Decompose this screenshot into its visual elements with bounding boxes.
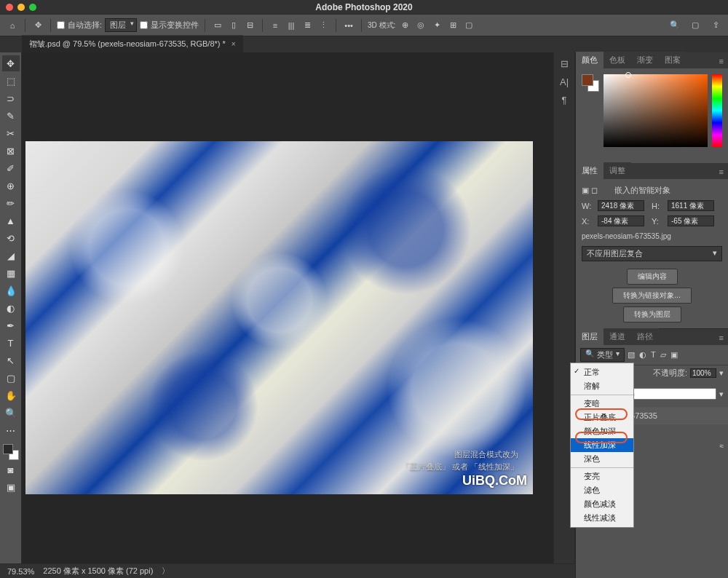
3d-icon[interactable]: ⊞ [446, 19, 459, 32]
blend-multiply[interactable]: 正片叠底 [571, 411, 633, 424]
edit-toolbar[interactable]: ⋯ [2, 422, 20, 438]
panel-menu-icon[interactable]: ≡ [715, 330, 728, 345]
tab-swatches[interactable]: 色板 [604, 52, 631, 68]
x-input[interactable] [598, 215, 644, 226]
align-icon[interactable]: ▯ [227, 19, 240, 32]
filter-type-icon[interactable]: T [651, 350, 656, 360]
path-tool[interactable]: ↖ [2, 352, 20, 368]
more-icon[interactable]: ••• [342, 19, 355, 32]
edit-contents-button[interactable]: 编辑内容 [627, 269, 678, 285]
hand-tool[interactable]: ✋ [2, 387, 20, 403]
distribute-icon[interactable]: ≡ [269, 19, 282, 32]
tab-channels[interactable]: 通道 [604, 328, 631, 345]
quick-select-tool[interactable]: ✎ [2, 108, 20, 124]
move-tool-icon[interactable]: ✥ [31, 19, 44, 32]
type-tool[interactable]: T [2, 335, 20, 351]
blend-color-burn[interactable]: 颜色加深 [571, 424, 633, 438]
shape-tool[interactable]: ▢ [2, 370, 20, 386]
app-title: Adobe Photoshop 2020 [315, 2, 412, 12]
healing-tool[interactable]: ⊕ [2, 178, 20, 194]
lasso-tool[interactable]: ⊃ [2, 90, 20, 106]
distribute-icon[interactable]: ⋮ [317, 19, 330, 32]
maximize-icon[interactable] [29, 4, 36, 11]
tab-gradients[interactable]: 渐变 [631, 52, 659, 68]
marquee-tool[interactable]: ⬚ [2, 73, 20, 89]
tab-color[interactable]: 颜色 [576, 52, 604, 68]
tab-paths[interactable]: 路径 [631, 328, 659, 345]
status-arrow-icon[interactable]: 〉 [162, 566, 170, 577]
auto-select-checkbox[interactable]: 自动选择: [57, 20, 102, 31]
tab-adjustments[interactable]: 调整 [604, 162, 631, 179]
blend-normal[interactable]: 正常 [571, 365, 633, 379]
blend-darker[interactable]: 深色 [571, 452, 633, 466]
blur-tool[interactable]: 💧 [2, 282, 20, 298]
opacity-input[interactable] [690, 368, 716, 378]
convert-layer-button[interactable]: 转换为图层 [623, 306, 681, 322]
eraser-tool[interactable]: ◢ [2, 248, 20, 264]
3d-icon[interactable]: ▢ [462, 19, 475, 32]
filter-pixel-icon[interactable]: ▧ [628, 350, 635, 360]
align-icon[interactable]: ⊟ [243, 19, 256, 32]
show-transform-checkbox[interactable]: 显示变换控件 [140, 20, 199, 31]
blend-color-dodge[interactable]: 颜色减淡 [571, 497, 633, 511]
align-icon[interactable]: ▭ [211, 19, 224, 32]
screen-mode-icon[interactable]: ▣ [2, 479, 20, 495]
zoom-level[interactable]: 79.53% [7, 567, 34, 576]
canvas[interactable]: 图层混合模式改为 「正片叠底」 或者 「线性加深」 UiBQ.CoM [22, 52, 553, 578]
gradient-tool[interactable]: ▦ [2, 265, 20, 281]
pen-tool[interactable]: ✒ [2, 317, 20, 333]
frame-tool[interactable]: ⊠ [2, 143, 20, 159]
crop-tool[interactable]: ✂ [2, 125, 20, 141]
blend-darken[interactable]: 变暗 [571, 397, 633, 411]
layer-comp-dropdown[interactable]: 不应用图层复合▾ [582, 246, 722, 261]
move-tool[interactable]: ✥ [2, 55, 20, 71]
blend-lighten[interactable]: 变亮 [571, 470, 633, 483]
blend-linear-dodge[interactable]: 线性减淡 [571, 511, 633, 525]
linked-file[interactable]: pexels-neosiam-673535.jpg [582, 231, 722, 242]
filter-type-dropdown[interactable]: 🔍类型 ▾ [580, 348, 625, 362]
blend-linear-burn[interactable]: 线性加深 [571, 438, 633, 452]
3d-icon[interactable]: ✦ [430, 19, 443, 32]
filter-shape-icon[interactable]: ▱ [660, 350, 666, 360]
distribute-icon[interactable]: ≣ [301, 19, 314, 32]
minimize-icon[interactable] [17, 4, 25, 11]
panel-icon[interactable]: ¶ [562, 95, 567, 106]
zoom-tool[interactable]: 🔍 [2, 405, 20, 421]
height-input[interactable] [668, 200, 714, 211]
width-input[interactable] [598, 200, 644, 211]
close-tab-icon[interactable]: × [232, 40, 236, 48]
home-icon[interactable]: ⌂ [6, 19, 19, 32]
dodge-tool[interactable]: ◐ [2, 300, 20, 316]
brush-tool[interactable]: ✏ [2, 195, 20, 211]
tab-properties[interactable]: 属性 [576, 162, 604, 179]
history-brush-tool[interactable]: ⟲ [2, 230, 20, 246]
blend-dissolve[interactable]: 溶解 [571, 379, 633, 393]
hue-slider[interactable] [712, 74, 722, 147]
panel-icon[interactable]: A| [560, 76, 569, 87]
color-swatch[interactable] [3, 444, 19, 460]
y-input[interactable] [668, 215, 714, 226]
workspace-icon[interactable]: ▢ [689, 19, 702, 32]
3d-icon[interactable]: ◎ [414, 19, 427, 32]
tab-layers[interactable]: 图层 [576, 328, 604, 345]
panel-icon[interactable]: ⊟ [561, 58, 569, 69]
panel-menu-icon[interactable]: ≡ [715, 54, 728, 68]
color-field[interactable] [604, 74, 708, 147]
auto-select-dropdown[interactable]: 图层 [105, 18, 137, 32]
convert-linked-button[interactable]: 转换为链接对象... [612, 288, 691, 304]
blend-screen[interactable]: 滤色 [571, 483, 633, 497]
eyedropper-tool[interactable]: ✐ [2, 160, 20, 176]
search-icon[interactable]: 🔍 [668, 19, 681, 32]
panel-menu-icon[interactable]: ≡ [715, 165, 728, 179]
3d-icon[interactable]: ⊕ [398, 19, 411, 32]
document-tab[interactable]: 褶皱.psd @ 79.5% (pexels-neosiam-673535, R… [22, 35, 243, 52]
tab-patterns[interactable]: 图案 [659, 52, 687, 68]
filter-smart-icon[interactable]: ▣ [670, 350, 678, 360]
color-swatch[interactable] [582, 74, 599, 92]
quick-mask-icon[interactable]: ◙ [2, 462, 20, 478]
share-icon[interactable]: ⇪ [709, 19, 722, 32]
stamp-tool[interactable]: ▲ [2, 213, 20, 229]
filter-adjust-icon[interactable]: ◐ [639, 350, 646, 360]
distribute-icon[interactable]: ||| [285, 19, 298, 32]
close-icon[interactable] [6, 4, 13, 11]
